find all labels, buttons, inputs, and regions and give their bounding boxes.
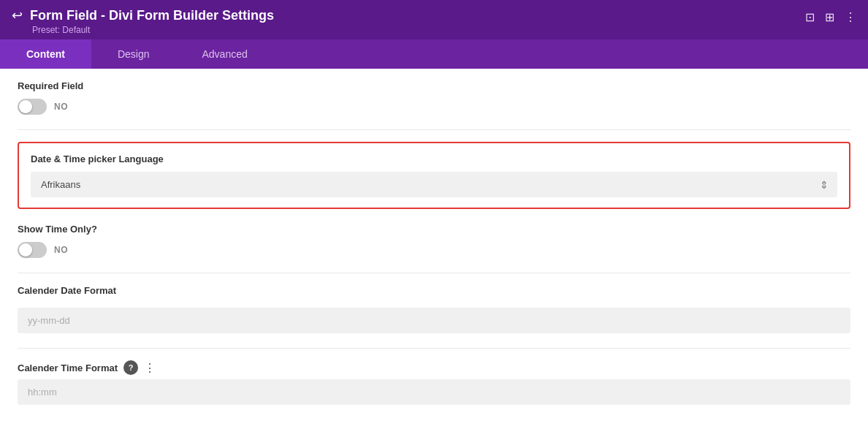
more-icon[interactable]: ⋮ <box>144 361 156 375</box>
show-time-only-toggle[interactable] <box>18 242 47 258</box>
content-area: Required Field NO Date & Time picker Lan… <box>0 69 868 448</box>
calendar-time-format-label: Calender Time Format <box>18 362 118 373</box>
help-icon[interactable]: ? <box>123 360 138 375</box>
show-time-only-toggle-row: NO <box>18 242 850 258</box>
required-field-section: Required Field NO <box>18 80 850 115</box>
calendar-date-format-input[interactable] <box>18 308 850 333</box>
divider-2 <box>18 273 850 273</box>
tab-advanced[interactable]: Advanced <box>175 39 273 69</box>
header-title: Form Field - Divi Form Builder Settings <box>30 8 274 23</box>
header-left: ↩ Form Field - Divi Form Builder Setting… <box>12 7 274 35</box>
toggle-knob-2 <box>19 243 32 257</box>
tabs-bar: Content Design Advanced <box>0 39 868 69</box>
show-time-only-section: Show Time Only? NO <box>18 224 850 258</box>
header: ↩ Form Field - Divi Form Builder Setting… <box>0 0 868 39</box>
required-field-toggle[interactable] <box>18 99 47 115</box>
calendar-time-format-label-row: Calender Time Format ? ⋮ <box>18 360 850 375</box>
divider-3 <box>18 348 850 349</box>
calendar-time-format-input[interactable] <box>18 379 850 405</box>
calendar-date-format-label: Calender Date Format <box>18 285 850 296</box>
calendar-time-format-section: Calender Time Format ? ⋮ <box>18 360 850 405</box>
tab-content[interactable]: Content <box>0 39 91 69</box>
settings-panel: ↩ Form Field - Divi Form Builder Setting… <box>0 0 868 448</box>
back-icon[interactable]: ↩ <box>12 7 23 23</box>
language-select[interactable]: Afrikaans English French German Spanish <box>31 172 837 197</box>
layout-icon[interactable]: ⊞ <box>825 10 834 24</box>
required-field-toggle-label: NO <box>54 102 68 112</box>
header-preset[interactable]: Preset: Default <box>32 25 274 35</box>
required-field-toggle-row: NO <box>18 99 850 115</box>
show-time-only-label: Show Time Only? <box>18 224 850 235</box>
header-actions: ⊡ ⊞ ⋮ <box>805 10 856 24</box>
header-title-row: ↩ Form Field - Divi Form Builder Setting… <box>12 7 274 23</box>
date-time-language-label: Date & Time picker Language <box>31 153 837 164</box>
language-select-wrapper: Afrikaans English French German Spanish … <box>31 172 837 197</box>
calendar-date-format-section: Calender Date Format <box>18 285 850 333</box>
date-time-language-section: Date & Time picker Language Afrikaans En… <box>18 142 850 209</box>
show-time-only-toggle-label: NO <box>54 245 68 255</box>
required-field-label: Required Field <box>18 80 850 91</box>
tab-design[interactable]: Design <box>91 39 176 69</box>
more-options-icon[interactable]: ⋮ <box>845 10 856 24</box>
focus-mode-icon[interactable]: ⊡ <box>805 10 815 24</box>
toggle-knob <box>19 100 32 113</box>
divider-1 <box>18 129 850 130</box>
